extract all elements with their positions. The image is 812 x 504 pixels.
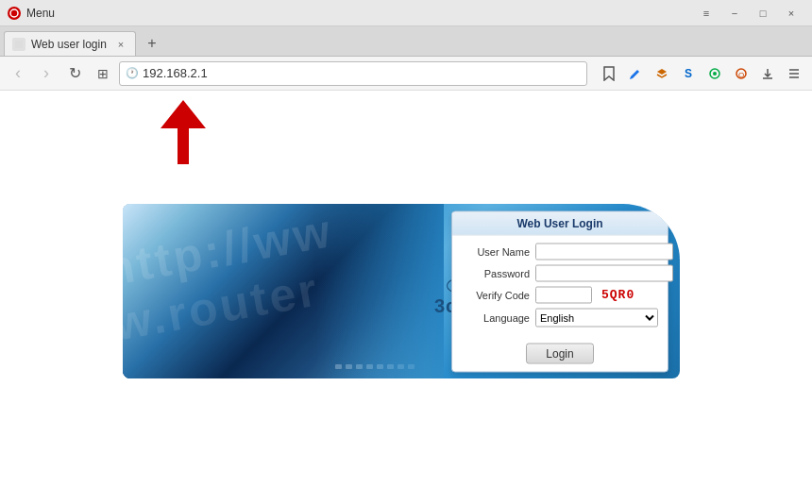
svg-marker-9 xyxy=(161,100,206,164)
download-icon[interactable] xyxy=(755,61,780,86)
svg-point-0 xyxy=(10,9,18,17)
password-input[interactable] xyxy=(535,264,673,281)
username-label: User Name xyxy=(462,245,530,257)
circle-icon[interactable]: O xyxy=(729,61,753,86)
settings-menu-icon[interactable]: ≡ xyxy=(693,0,719,26)
login-button[interactable]: Login xyxy=(526,343,593,363)
title-bar-text: Menu xyxy=(26,7,693,20)
username-input[interactable] xyxy=(535,243,673,260)
maximize-button[interactable]: □ xyxy=(750,0,776,26)
verifycode-input[interactable] xyxy=(535,286,592,303)
language-row: Language English Chinese xyxy=(462,308,658,327)
clock-icon: 🕐 xyxy=(126,67,139,79)
menu-icon[interactable] xyxy=(782,61,806,86)
forward-button[interactable]: › xyxy=(34,61,59,86)
address-input[interactable] xyxy=(143,66,581,80)
password-label: Password xyxy=(462,267,530,278)
window-controls: ≡ − □ × xyxy=(693,0,804,26)
grid-button[interactable]: ⊞ xyxy=(91,61,115,86)
back-button[interactable]: ‹ xyxy=(6,61,30,86)
vpn-icon[interactable]: S xyxy=(676,61,701,86)
reload-button[interactable]: ↻ xyxy=(62,61,87,86)
verifycode-label: Verify Code xyxy=(462,289,530,300)
bookmark-icon[interactable] xyxy=(597,61,621,86)
language-select[interactable]: English Chinese xyxy=(535,308,658,327)
login-form: Web User Login User Name Password Verify… xyxy=(451,210,668,372)
login-form-wrapper: Web User Login User Name Password Verify… xyxy=(451,210,668,372)
layers-icon[interactable] xyxy=(650,61,674,86)
red-arrow xyxy=(161,100,206,167)
new-tab-button[interactable]: + xyxy=(140,31,164,56)
language-label: Language xyxy=(462,311,530,323)
minimize-button[interactable]: − xyxy=(721,0,748,26)
login-form-title: Web User Login xyxy=(452,211,668,235)
active-tab[interactable]: Web user login × xyxy=(4,31,136,56)
app-icon xyxy=(8,7,21,20)
username-row: User Name xyxy=(462,243,658,260)
address-bar[interactable]: 🕐 xyxy=(119,61,587,86)
nav-bar: ‹ › ↻ ⊞ 🕐 S O xyxy=(0,57,812,91)
svg-point-3 xyxy=(713,72,717,76)
tab-bar: Web user login × + xyxy=(0,26,812,57)
tab-favicon xyxy=(12,38,25,51)
content-area: http://ww w.router xyxy=(0,91,812,504)
tab-close-button[interactable]: × xyxy=(114,38,127,51)
verify-code-image: 5QR0 xyxy=(601,288,634,302)
toolbar-icons: S O xyxy=(597,61,806,86)
svg-rect-1 xyxy=(15,41,23,48)
close-button[interactable]: × xyxy=(778,0,804,26)
password-row: Password xyxy=(462,264,658,281)
router-bg-image: http://ww w.router xyxy=(123,204,444,378)
pencil-icon[interactable] xyxy=(623,61,648,86)
login-fields: User Name Password Verify Code 5QR0 Lang… xyxy=(452,235,668,339)
title-bar: Menu ≡ − □ × xyxy=(0,0,812,26)
router-panel: http://ww w.router xyxy=(123,204,680,378)
shield-icon[interactable] xyxy=(702,61,727,86)
verifycode-row: Verify Code 5QR0 xyxy=(462,286,658,303)
svg-text:O: O xyxy=(738,71,744,79)
login-button-row: Login xyxy=(452,339,668,371)
tab-label: Web user login xyxy=(31,38,107,51)
